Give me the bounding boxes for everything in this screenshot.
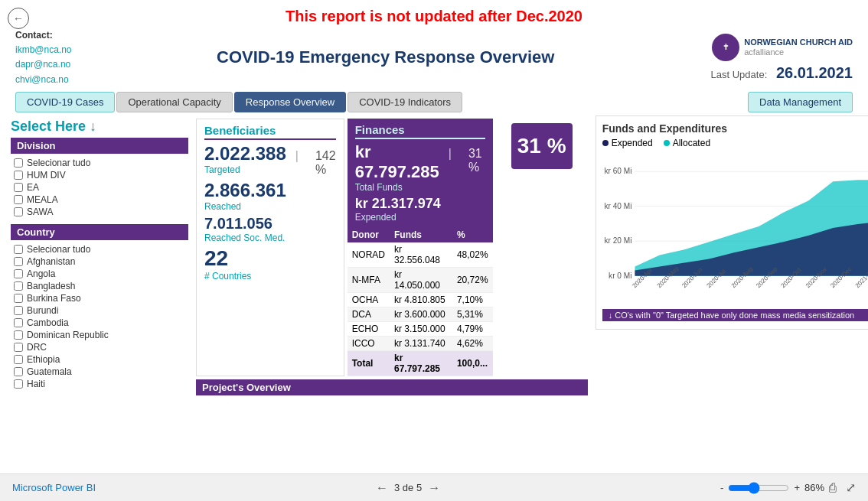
country-check-3[interactable] <box>14 281 23 291</box>
country-check-5[interactable] <box>14 306 23 315</box>
pct-cell: 20,72% <box>452 267 493 292</box>
nav-tabs-left: COVID-19 Cases Operational Capacity Resp… <box>15 92 462 112</box>
zoom-slider[interactable] <box>728 482 789 494</box>
powerbi-link[interactable]: Microsoft Power BI <box>12 482 96 493</box>
country-item-1[interactable]: Afghanistan <box>11 255 188 268</box>
left-panel: Select Here ↓ Division Selecionar tudo H… <box>8 115 191 501</box>
finance-divider: | <box>449 147 452 161</box>
content-area: Select Here ↓ Division Selecionar tudo H… <box>0 115 868 501</box>
country-label-3: Bangladesh <box>27 281 75 291</box>
country-check-9[interactable] <box>14 355 23 364</box>
division-item-3[interactable]: MEALA <box>11 194 188 206</box>
countries-number: 22 <box>204 246 336 271</box>
division-check-1[interactable] <box>14 171 23 180</box>
division-check-4[interactable] <box>14 207 23 216</box>
page-title: COVID-19 Emergency Response Overview <box>217 47 554 69</box>
zoom-plus[interactable]: + <box>794 482 800 493</box>
country-item-10[interactable]: Guatemala <box>11 366 188 378</box>
country-item-4[interactable]: Burkina Faso <box>11 292 188 304</box>
table-row: DCA kr 3.600.000 5,31% <box>348 307 493 321</box>
funds-cell: kr 3.150.000 <box>390 321 452 336</box>
targeted-pct: 142 % <box>315 149 336 177</box>
legend-allocated-dot <box>664 140 670 146</box>
country-check-10[interactable] <box>14 367 23 376</box>
chart-title: Funds and Expenditures <box>602 122 868 135</box>
last-update-date: 26.01.2021 <box>776 64 853 81</box>
tab-response[interactable]: Response Overview <box>234 92 346 112</box>
divider-1: | <box>295 149 299 163</box>
tab-data-management[interactable]: Data Management <box>748 92 853 112</box>
warning-banner: This report is not updated after Dec.202… <box>0 0 868 28</box>
prev-page-button[interactable]: ← <box>376 481 388 495</box>
area-chart-svg: kr 60 Mi kr 40 Mi kr 20 Mi kr 0 Mi 2020-… <box>602 151 868 304</box>
division-item-0[interactable]: Selecionar tudo <box>11 157 188 169</box>
pct-cell: 48,02% <box>452 242 493 268</box>
country-item-8[interactable]: DRC <box>11 341 188 353</box>
svg-text:kr 40 Mi: kr 40 Mi <box>604 201 631 210</box>
country-check-11[interactable] <box>14 379 23 389</box>
tab-op-capacity[interactable]: Operational Capacity <box>116 92 232 112</box>
total-funds-number: kr 67.797.285 <box>355 142 439 182</box>
finance-total-block: kr 67.797.285 Total Funds <box>355 142 439 193</box>
tab-indicators[interactable]: COVID-19 Indicators <box>348 92 462 112</box>
country-check-1[interactable] <box>14 257 23 266</box>
nav-tabs: COVID-19 Cases Operational Capacity Resp… <box>0 92 868 115</box>
table-row: N-MFA kr 14.050.000 20,72% <box>348 267 493 292</box>
division-check-2[interactable] <box>14 183 23 192</box>
country-check-7[interactable] <box>14 330 23 340</box>
division-item-2[interactable]: EA <box>11 181 188 194</box>
soc-med-label: Reached Soc. Med. <box>204 233 336 243</box>
email-3[interactable]: chvi@nca.no <box>15 74 69 85</box>
svg-text:kr 20 Mi: kr 20 Mi <box>604 236 631 245</box>
logo-block: ✝ NORWEGIAN CHURCH AID acfalliance Last … <box>700 34 853 82</box>
division-check-0[interactable] <box>14 158 23 168</box>
zoom-minus[interactable]: - <box>720 482 723 493</box>
country-label-0: Selecionar tudo <box>27 244 90 255</box>
country-item-3[interactable]: Bangladesh <box>11 280 188 292</box>
pct-cell: 4,79% <box>452 321 493 336</box>
country-item-9[interactable]: Ethiopia <box>11 353 188 366</box>
email-2[interactable]: dapr@nca.no <box>15 59 70 70</box>
fullscreen-icon[interactable]: ⤢ <box>846 480 856 495</box>
country-check-4[interactable] <box>14 294 23 303</box>
legend-expended-dot <box>602 140 609 146</box>
country-item-7[interactable]: Dominican Republic <box>11 329 188 341</box>
chart-legend: Expended Allocated <box>602 138 868 148</box>
country-label-1: Afghanistan <box>27 256 75 267</box>
country-item-5[interactable]: Burundi <box>11 304 188 317</box>
country-check-6[interactable] <box>14 318 23 327</box>
tab-covid-cases[interactable]: COVID-19 Cases <box>15 92 115 112</box>
division-label-1: HUM DIV <box>27 170 66 181</box>
country-item-0[interactable]: Selecionar tudo <box>11 243 188 255</box>
division-label-3: MEALA <box>27 194 58 205</box>
country-check-0[interactable] <box>14 245 23 254</box>
country-item-11[interactable]: Haiti <box>11 378 188 390</box>
zoom-area: - + 86% ⎙ ⤢ <box>720 480 856 495</box>
donor-table-container: Donor Funds % NORAD kr 32.556.048 48,02%… <box>348 227 493 376</box>
division-item-1[interactable]: HUM DIV <box>11 169 188 181</box>
donor-cell: ICCO <box>348 336 390 350</box>
division-label-0: Selecionar tudo <box>27 158 90 168</box>
reached-number: 2.866.361 <box>204 180 336 201</box>
country-item-2[interactable]: Angola <box>11 268 188 280</box>
country-header: Country <box>11 224 188 240</box>
division-check-3[interactable] <box>14 195 23 204</box>
bene-row-targeted: 2.022.388 Targeted | 142 % <box>204 143 336 177</box>
projects-section: Project's Overview <box>196 379 588 395</box>
country-check-8[interactable] <box>14 343 23 352</box>
back-button[interactable]: ← <box>8 8 29 29</box>
country-label-4: Burkina Faso <box>27 293 81 304</box>
finance-box: Finances kr 67.797.285 Total Funds | 31 … <box>348 119 493 227</box>
country-check-2[interactable] <box>14 269 23 278</box>
targeted-number: 2.022.388 <box>204 143 286 164</box>
share-icon[interactable]: ⎙ <box>829 481 837 495</box>
gauge-box: 31 % <box>511 123 573 169</box>
email-1[interactable]: ikmb@nca.no <box>15 44 72 55</box>
country-label-8: DRC <box>27 342 47 353</box>
total-funds-label: Total Funds <box>355 182 439 193</box>
next-page-button[interactable]: → <box>428 481 440 495</box>
country-item-6[interactable]: Cambodia <box>11 317 188 329</box>
division-item-4[interactable]: SAWA <box>11 206 188 218</box>
table-row: NORAD kr 32.556.048 48,02% <box>348 242 493 268</box>
country-list: Selecionar tudo Afghanistan Angola Bangl… <box>11 242 188 392</box>
